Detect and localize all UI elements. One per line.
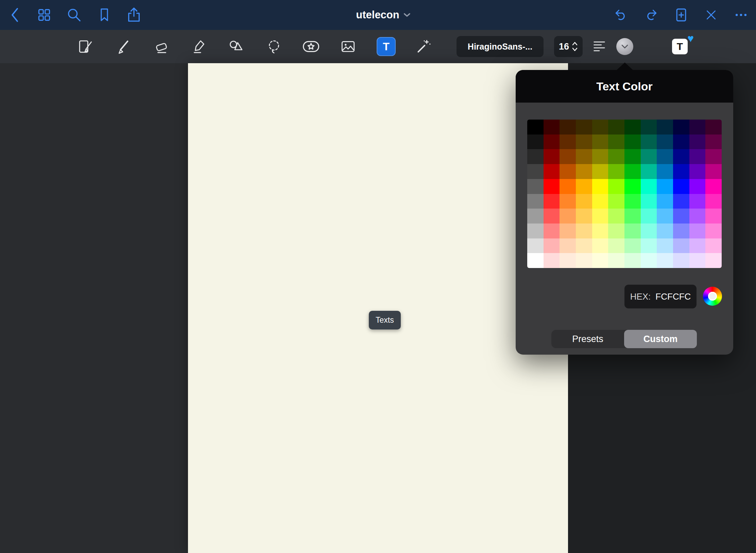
- color-cell[interactable]: [624, 135, 641, 149]
- tab-presets[interactable]: Presets: [551, 330, 624, 348]
- color-cell[interactable]: [576, 149, 592, 164]
- favorite-text-style-button[interactable]: T ♥: [670, 38, 690, 55]
- color-cell[interactable]: [560, 179, 576, 194]
- color-cell[interactable]: [608, 224, 624, 238]
- color-cell[interactable]: [608, 253, 624, 268]
- tool-pen[interactable]: [114, 37, 134, 56]
- color-cell[interactable]: [592, 253, 608, 268]
- color-cell[interactable]: [608, 164, 624, 179]
- color-cell[interactable]: [527, 194, 544, 209]
- hex-field[interactable]: HEX: FCFCFC: [624, 285, 697, 308]
- color-cell[interactable]: [657, 179, 673, 194]
- color-cell[interactable]: [544, 164, 560, 179]
- color-cell[interactable]: [705, 238, 722, 253]
- color-cell[interactable]: [608, 194, 624, 209]
- color-cell[interactable]: [673, 149, 689, 164]
- color-cell[interactable]: [657, 120, 673, 135]
- color-cell[interactable]: [657, 164, 673, 179]
- font-size-stepper[interactable]: 16: [554, 36, 583, 57]
- color-cell[interactable]: [689, 238, 706, 253]
- search-button[interactable]: [64, 5, 84, 25]
- color-cell[interactable]: [576, 209, 592, 224]
- color-cell[interactable]: [576, 179, 592, 194]
- color-cell[interactable]: [689, 253, 706, 268]
- color-cell[interactable]: [576, 164, 592, 179]
- color-cell[interactable]: [576, 253, 592, 268]
- color-cell[interactable]: [657, 224, 673, 238]
- tool-edit-mode[interactable]: [76, 37, 96, 56]
- color-cell[interactable]: [689, 135, 706, 149]
- color-cell[interactable]: [592, 224, 608, 238]
- color-cell[interactable]: [560, 135, 576, 149]
- color-cell[interactable]: [527, 164, 544, 179]
- color-cell[interactable]: [705, 209, 722, 224]
- color-cell[interactable]: [544, 120, 560, 135]
- color-cell[interactable]: [527, 224, 544, 238]
- close-button[interactable]: [702, 6, 720, 24]
- color-cell[interactable]: [641, 179, 657, 194]
- tool-elements[interactable]: [300, 37, 322, 56]
- color-cell[interactable]: [608, 149, 624, 164]
- color-cell[interactable]: [673, 194, 689, 209]
- color-cell[interactable]: [544, 209, 560, 224]
- color-cell[interactable]: [527, 253, 544, 268]
- color-cell[interactable]: [592, 164, 608, 179]
- color-cell[interactable]: [624, 179, 641, 194]
- color-cell[interactable]: [624, 253, 641, 268]
- color-cell[interactable]: [592, 209, 608, 224]
- color-cell[interactable]: [608, 120, 624, 135]
- color-cell[interactable]: [689, 224, 706, 238]
- color-cell[interactable]: [673, 120, 689, 135]
- color-cell[interactable]: [641, 209, 657, 224]
- color-cell[interactable]: [560, 253, 576, 268]
- color-cell[interactable]: [689, 209, 706, 224]
- tool-pointer[interactable]: [413, 37, 433, 56]
- color-cell[interactable]: [560, 149, 576, 164]
- tab-custom[interactable]: Custom: [624, 330, 697, 348]
- back-button[interactable]: [7, 5, 22, 25]
- color-cell[interactable]: [673, 179, 689, 194]
- tool-lasso[interactable]: [264, 37, 284, 56]
- add-page-button[interactable]: [672, 5, 691, 25]
- color-cell[interactable]: [673, 164, 689, 179]
- color-cell[interactable]: [641, 194, 657, 209]
- color-cell[interactable]: [705, 164, 722, 179]
- color-cell[interactable]: [592, 194, 608, 209]
- color-cell[interactable]: [641, 164, 657, 179]
- color-cell[interactable]: [705, 253, 722, 268]
- color-cell[interactable]: [608, 135, 624, 149]
- color-cell[interactable]: [705, 194, 722, 209]
- text-color-swatch[interactable]: [616, 38, 633, 55]
- color-cell[interactable]: [624, 238, 641, 253]
- text-object[interactable]: Texts: [369, 311, 401, 329]
- color-cell[interactable]: [576, 135, 592, 149]
- color-cell[interactable]: [689, 149, 706, 164]
- color-cell[interactable]: [705, 149, 722, 164]
- color-cell[interactable]: [657, 149, 673, 164]
- color-cell[interactable]: [657, 238, 673, 253]
- color-cell[interactable]: [592, 238, 608, 253]
- color-cell[interactable]: [657, 135, 673, 149]
- tool-shapes[interactable]: [226, 37, 246, 56]
- color-cell[interactable]: [673, 209, 689, 224]
- color-cell[interactable]: [641, 238, 657, 253]
- color-cell[interactable]: [576, 194, 592, 209]
- color-cell[interactable]: [608, 179, 624, 194]
- color-cell[interactable]: [560, 224, 576, 238]
- color-cell[interactable]: [608, 209, 624, 224]
- color-cell[interactable]: [527, 135, 544, 149]
- color-cell[interactable]: [624, 164, 641, 179]
- undo-button[interactable]: [612, 5, 631, 24]
- color-cell[interactable]: [657, 209, 673, 224]
- color-cell[interactable]: [576, 120, 592, 135]
- color-cell[interactable]: [657, 194, 673, 209]
- color-cell[interactable]: [673, 135, 689, 149]
- color-cell[interactable]: [673, 238, 689, 253]
- color-cell[interactable]: [560, 209, 576, 224]
- color-cell[interactable]: [624, 194, 641, 209]
- tool-text[interactable]: T: [375, 36, 397, 57]
- document-title[interactable]: utelecon: [356, 9, 411, 21]
- redo-button[interactable]: [641, 5, 660, 24]
- color-cell[interactable]: [560, 238, 576, 253]
- color-cell[interactable]: [689, 164, 706, 179]
